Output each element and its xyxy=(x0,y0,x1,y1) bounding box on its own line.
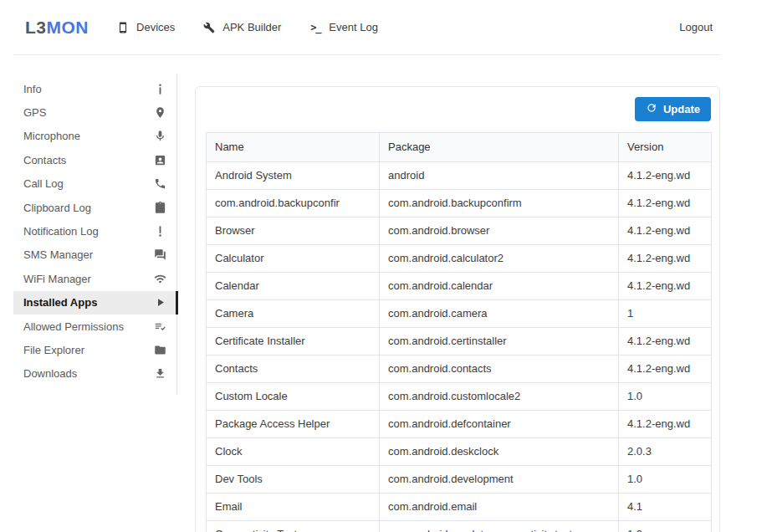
nav-item-event-log[interactable]: >_Event Log xyxy=(309,21,378,34)
sidebar-item-label: Call Log xyxy=(23,177,64,190)
app-version-cell: 1 xyxy=(619,300,712,328)
app-name-cell: Package Access Helper xyxy=(207,411,380,438)
app-package-cell: com.android.email xyxy=(380,494,619,521)
app-version-cell: 4.1.2-eng.wd xyxy=(619,162,712,190)
sidebar-item-label: Allowed Permissions xyxy=(23,320,124,333)
refresh-icon xyxy=(646,102,657,116)
sidebar-item-gps[interactable]: GPS xyxy=(13,100,176,124)
sidebar-item-label: SMS Manager xyxy=(23,248,93,261)
app-package-cell: com.android.calculator2 xyxy=(380,245,619,273)
sidebar-item-label: Info xyxy=(23,83,42,95)
table-row: Calendarcom.android.calendar4.1.2-eng.wd xyxy=(207,273,712,300)
app-version-cell: 4.1.2-eng.wd xyxy=(619,356,712,383)
app-name-cell: Calculator xyxy=(207,245,380,273)
main-nav: DevicesAPK Builder>_Event Log xyxy=(116,21,406,34)
exclamation-icon xyxy=(153,225,166,238)
app-package-cell: com.android.customlocale2 xyxy=(380,383,619,411)
app-name-cell: Custom Locale xyxy=(207,383,380,411)
sidebar-item-clipboard-log[interactable]: Clipboard Log xyxy=(13,196,176,219)
sidebar-item-microphone[interactable]: Microphone xyxy=(13,125,176,148)
app-package-cell: com.android.browser xyxy=(380,217,619,245)
sidebar-item-label: File Explorer xyxy=(23,344,84,356)
nav-item-label: Event Log xyxy=(329,21,378,33)
app-package-cell: com.android.calendar xyxy=(380,273,619,300)
app-version-cell: 4.1.2-eng.wd xyxy=(619,411,712,438)
update-button-label: Update xyxy=(663,103,700,115)
nav-item-devices[interactable]: Devices xyxy=(116,21,175,34)
app-name-cell: Browser xyxy=(207,217,380,245)
table-row: Dev Toolscom.android.development1.0 xyxy=(207,466,712,494)
contact-card-icon xyxy=(153,153,166,166)
sidebar-item-label: Contacts xyxy=(23,154,66,166)
app-version-cell: 2.0.3 xyxy=(619,438,712,466)
smartphone-icon xyxy=(116,21,130,34)
sidebar-item-label: WiFi Manager xyxy=(23,273,91,285)
sidebar-item-label: GPS xyxy=(23,106,46,119)
logo-text-blue: MON xyxy=(47,18,89,37)
app-package-cell: com.android.camera xyxy=(380,300,619,328)
app-name-cell: Calendar xyxy=(207,273,380,300)
logout-link[interactable]: Logout xyxy=(679,21,713,33)
sidebar-item-label: Installed Apps xyxy=(23,296,97,309)
sidebar-item-downloads[interactable]: Downloads xyxy=(13,362,176,386)
sidebar-item-label: Downloads xyxy=(23,367,77,380)
app-version-cell: 1.0 xyxy=(619,521,712,532)
app-name-cell: Contacts xyxy=(207,356,380,383)
app-name-cell: Connectivity Test xyxy=(207,521,380,532)
nav-item-label: Devices xyxy=(136,21,175,33)
sidebar-item-notification-log[interactable]: Notification Log xyxy=(13,219,176,243)
app-name-cell: Clock xyxy=(207,438,380,466)
app-version-cell: 4.1.2-eng.wd xyxy=(619,217,712,245)
app-name-cell: com.android.backupconfir xyxy=(207,190,380,217)
table-row: Calculatorcom.android.calculator24.1.2-e… xyxy=(207,245,712,273)
table-row: Android Systemandroid4.1.2-eng.wd xyxy=(207,162,712,190)
sidebar-item-call-log[interactable]: Call Log xyxy=(13,172,176,196)
folder-icon xyxy=(153,343,166,356)
sidebar-item-label: Microphone xyxy=(23,130,80,142)
app-package-cell: com.android.development xyxy=(380,466,619,494)
app-package-cell: com.android.emulator.connectivity.test xyxy=(380,521,619,532)
app-version-cell: 4.1.2-eng.wd xyxy=(619,245,712,273)
table-row: Package Access Helpercom.android.defcont… xyxy=(207,411,712,438)
sidebar-item-installed-apps[interactable]: Installed Apps xyxy=(13,291,176,315)
app-logo[interactable]: L3MON xyxy=(25,18,89,38)
installed-apps-table: NamePackageVersion Android Systemandroid… xyxy=(206,132,712,532)
sidebar-item-sms-manager[interactable]: SMS Manager xyxy=(13,243,176,267)
update-button[interactable]: Update xyxy=(635,97,711,121)
column-header-package: Package xyxy=(380,133,619,162)
download-icon xyxy=(153,367,166,381)
sidebar: InfoGPSMicrophoneContactsCall LogClipboa… xyxy=(13,74,177,395)
table-row: Contactscom.android.contacts4.1.2-eng.wd xyxy=(207,356,712,383)
app-package-cell: com.android.certinstaller xyxy=(380,328,619,356)
sidebar-item-label: Clipboard Log xyxy=(23,202,91,214)
play-icon xyxy=(153,296,166,309)
wifi-icon xyxy=(153,272,166,285)
phone-icon xyxy=(153,177,166,191)
app-version-cell: 1.0 xyxy=(619,466,712,494)
app-name-cell: Dev Tools xyxy=(207,466,380,494)
sidebar-item-allowed-permissions[interactable]: Allowed Permissions xyxy=(13,315,176,338)
sidebar-item-label: Notification Log xyxy=(23,225,99,238)
app-version-cell: 4.1.2-eng.wd xyxy=(619,328,712,356)
info-icon xyxy=(153,82,166,95)
sidebar-item-wifi-manager[interactable]: WiFi Manager xyxy=(13,267,176,290)
installed-apps-panel: Update NamePackageVersion Android System… xyxy=(195,86,720,532)
app-version-cell: 1.0 xyxy=(619,383,712,411)
sidebar-item-file-explorer[interactable]: File Explorer xyxy=(13,338,176,361)
app-package-cell: android xyxy=(380,162,619,190)
column-header-name: Name xyxy=(207,133,380,162)
app-name-cell: Email xyxy=(207,494,380,521)
table-row: Emailcom.android.email4.1 xyxy=(207,494,712,521)
nav-item-apk-builder[interactable]: APK Builder xyxy=(202,21,281,34)
table-row: Browsercom.android.browser4.1.2-eng.wd xyxy=(207,217,712,245)
nav-item-label: APK Builder xyxy=(222,21,281,33)
card-toolbar: Update xyxy=(196,87,719,132)
table-header-row: NamePackageVersion xyxy=(207,133,712,162)
checklist-icon xyxy=(153,320,166,333)
wrench-icon xyxy=(202,21,216,34)
sidebar-item-contacts[interactable]: Contacts xyxy=(13,148,176,171)
clipboard-icon xyxy=(153,201,166,214)
sidebar-item-info[interactable]: Info xyxy=(13,77,176,100)
table-row: com.android.backupconfircom.android.back… xyxy=(207,190,712,217)
app-package-cell: com.android.contacts xyxy=(380,356,619,383)
